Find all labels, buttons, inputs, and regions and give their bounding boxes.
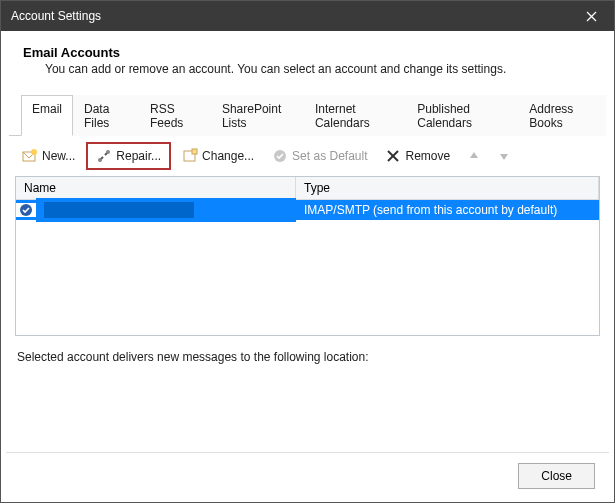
remove-button[interactable]: Remove	[378, 144, 457, 168]
tab-rss-feeds[interactable]: RSS Feeds	[139, 95, 211, 136]
tab-internet-calendars[interactable]: Internet Calendars	[304, 95, 406, 136]
row-name-cell	[36, 198, 296, 222]
repair-icon	[96, 148, 112, 164]
header-section: Email Accounts You can add or remove an …	[1, 31, 614, 94]
change-label: Change...	[202, 149, 254, 163]
footer: Close	[6, 452, 609, 503]
move-down-button	[491, 144, 517, 168]
set-default-button: Set as Default	[265, 144, 374, 168]
title-bar: Account Settings	[1, 1, 614, 31]
new-button[interactable]: New...	[15, 144, 82, 168]
svg-point-4	[98, 158, 102, 162]
window-close-button[interactable]	[569, 1, 614, 31]
tab-published-calendars[interactable]: Published Calendars	[406, 95, 518, 136]
close-icon	[586, 11, 597, 22]
column-type[interactable]: Type	[296, 177, 599, 199]
header-description: You can add or remove an account. You ca…	[45, 62, 592, 76]
tab-data-files[interactable]: Data Files	[73, 95, 139, 136]
arrow-down-icon	[496, 148, 512, 164]
list-header: Name Type	[16, 177, 599, 200]
svg-point-3	[31, 149, 37, 155]
account-list: Name Type IMAP/SMTP (send from this acco…	[15, 176, 600, 336]
row-type-cell: IMAP/SMTP (send from this account by def…	[296, 201, 599, 219]
account-name-redacted	[44, 202, 194, 218]
svg-point-5	[106, 150, 110, 154]
new-icon	[22, 148, 38, 164]
move-up-button	[461, 144, 487, 168]
account-row[interactable]: IMAP/SMTP (send from this account by def…	[16, 200, 599, 220]
change-icon	[182, 148, 198, 164]
tab-email[interactable]: Email	[21, 95, 73, 136]
repair-button[interactable]: Repair...	[86, 142, 171, 170]
location-text: Selected account delivers new messages t…	[17, 350, 598, 364]
check-circle-icon	[272, 148, 288, 164]
remove-icon	[385, 148, 401, 164]
header-title: Email Accounts	[23, 45, 592, 60]
repair-label: Repair...	[116, 149, 161, 163]
tab-sharepoint-lists[interactable]: SharePoint Lists	[211, 95, 304, 136]
tab-address-books[interactable]: Address Books	[518, 95, 606, 136]
window-title: Account Settings	[11, 9, 101, 23]
new-label: New...	[42, 149, 75, 163]
toolbar: New... Repair... Change... Set as Defaul…	[1, 136, 614, 176]
column-name[interactable]: Name	[16, 177, 296, 199]
change-button[interactable]: Change...	[175, 144, 261, 168]
set-default-label: Set as Default	[292, 149, 367, 163]
arrow-up-icon	[466, 148, 482, 164]
default-account-check-icon	[16, 203, 36, 217]
remove-label: Remove	[405, 149, 450, 163]
tab-bar: Email Data Files RSS Feeds SharePoint Li…	[9, 94, 606, 136]
svg-rect-7	[192, 149, 197, 154]
close-button[interactable]: Close	[518, 463, 595, 489]
